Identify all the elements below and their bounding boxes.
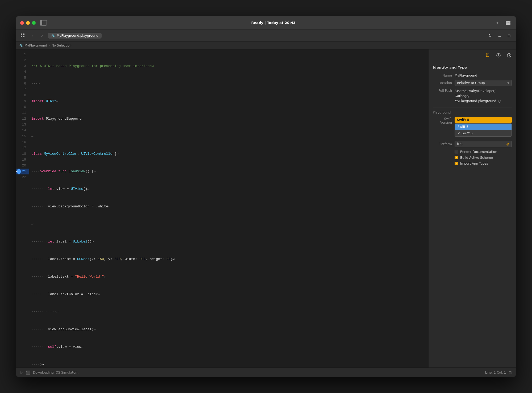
- swift5-selected[interactable]: Swift 5: [455, 117, 512, 123]
- breadcrumb-item-1[interactable]: MyPlayground: [24, 44, 47, 47]
- build-active-check-icon: ✓: [455, 156, 458, 159]
- full-path-value: /Users/scvairy/Developer/Garbage/MyPlayg…: [455, 89, 512, 104]
- swift5-option-label: Swift 5: [458, 125, 468, 129]
- title-bold: Ready: [251, 21, 263, 25]
- cursor-arrow-icon: ▷: [20, 370, 23, 375]
- svg-text:?: ?: [509, 54, 510, 57]
- section-title: Identity and Type: [433, 65, 512, 69]
- import-types-label: Import App Types: [460, 162, 488, 165]
- swift-version-menu: Swift 5 ✓ Swift 6: [455, 123, 512, 137]
- panel-icons: ?: [429, 49, 516, 61]
- status-text: Downloading iOS Simulator...: [33, 371, 80, 374]
- breadcrumb-item-2[interactable]: No Selection: [52, 44, 72, 47]
- import-types-row: ✓ Import App Types: [433, 162, 512, 165]
- name-field-row: Name MyPlayground: [433, 74, 512, 77]
- build-active-checkbox[interactable]: ✓: [455, 156, 458, 159]
- location-field-row: Location Relative to Group ▼: [433, 80, 512, 86]
- render-doc-row: Render Documentation: [433, 150, 512, 154]
- render-doc-checkbox[interactable]: [455, 150, 458, 153]
- breadcrumb-separator: ›: [49, 44, 50, 47]
- help-icon[interactable]: ?: [505, 52, 513, 59]
- title-rest: | Today at 20:43: [263, 21, 296, 25]
- window-title: Ready | Today at 20:43: [53, 21, 494, 25]
- layout-button[interactable]: [504, 19, 512, 27]
- active-tab[interactable]: 🛝 MyPlayground.playground: [48, 33, 102, 39]
- full-path-label: Full Path: [433, 89, 452, 104]
- swift-version-dropdown[interactable]: Swift 5 Swift 5 ✓ Swift 6: [455, 117, 512, 123]
- panel-content: Identity and Type Name MyPlayground Loca…: [429, 61, 516, 367]
- location-dropdown[interactable]: Relative to Group ▼: [455, 80, 512, 86]
- tab-file-icon: 🛝: [51, 34, 55, 37]
- svg-rect-6: [23, 36, 24, 37]
- status-bar: ▷ ⬛ Downloading iOS Simulator... Line: 1…: [16, 367, 516, 377]
- swift6-option[interactable]: ✓ Swift 6: [455, 130, 512, 136]
- cursor-position: Line: 1 Col: 1: [485, 371, 506, 374]
- build-active-row: ✓ Build Active Scheme: [433, 156, 512, 160]
- status-left: ▷ ⬛ Downloading iOS Simulator...: [20, 370, 79, 375]
- svg-rect-3: [21, 34, 22, 35]
- build-active-label: Build Active Scheme: [460, 156, 493, 160]
- divider: [433, 107, 512, 107]
- swift6-checkmark: ✓: [458, 131, 460, 135]
- tab-label: MyPlayground.playground: [57, 34, 98, 37]
- svg-rect-0: [506, 21, 508, 23]
- download-icon: ⬛: [26, 370, 30, 375]
- name-value: MyPlayground: [455, 74, 477, 77]
- main-content: 1 2 3 4 5 6 7 8 9 10 11 12 13 14 15 16 1: [16, 49, 516, 367]
- location-label: Location: [433, 81, 452, 85]
- svg-rect-5: [21, 36, 22, 37]
- breadcrumb: 🛝 MyPlayground › No Selection: [16, 41, 516, 49]
- name-label: Name: [433, 74, 452, 77]
- code-container[interactable]: 1 2 3 4 5 6 7 8 9 10 11 12 13 14 15 16 1: [16, 49, 428, 367]
- sidebar-toggle-button[interactable]: [40, 20, 47, 26]
- history-icon[interactable]: [495, 52, 502, 59]
- svg-rect-1: [508, 21, 510, 23]
- toolbar-right: ↻ ≡ ⊡: [486, 32, 513, 39]
- titlebar-controls: +: [494, 19, 512, 27]
- main-window: Ready | Today at 20:43 + ‹ › 🛝 MyPlaygro…: [16, 16, 516, 377]
- right-panel: ? Identity and Type Name MyPlayground Lo…: [428, 49, 516, 367]
- split-view-icon[interactable]: ⊡: [509, 370, 512, 375]
- svg-rect-2: [506, 23, 510, 25]
- playground-section-title: Playground: [433, 111, 512, 114]
- swift5-option[interactable]: Swift 5: [455, 124, 512, 130]
- titlebar: Ready | Today at 20:43 +: [16, 16, 516, 30]
- add-button[interactable]: +: [494, 19, 501, 27]
- swift5-label: Swift 5: [457, 118, 469, 122]
- list-icon[interactable]: ≡: [496, 32, 503, 39]
- fullscreen-button[interactable]: [32, 21, 36, 25]
- platform-label: Platform: [433, 142, 452, 146]
- grid-view-button[interactable]: [19, 32, 27, 39]
- traffic-lights: [20, 21, 36, 25]
- editor-area: 1 2 3 4 5 6 7 8 9 10 11 12 13 14 15 16 1: [16, 49, 428, 367]
- swift-version-label: Swift Version: [433, 117, 452, 124]
- line-numbers: 1 2 3 4 5 6 7 8 9 10 11 12 13 14 15 16 1: [16, 49, 29, 367]
- close-button[interactable]: [20, 21, 24, 25]
- svg-rect-4: [23, 34, 24, 35]
- swift6-option-label: Swift 6: [462, 131, 473, 135]
- forward-button[interactable]: ›: [38, 32, 46, 39]
- sidebar-right-icon[interactable]: ⊡: [505, 32, 513, 39]
- location-dropdown-arrow: ▼: [507, 82, 509, 85]
- import-types-check-icon: ✓: [455, 162, 458, 165]
- path-link-icon[interactable]: [498, 100, 501, 103]
- platform-row: Platform iOS ⊕: [433, 141, 512, 147]
- exec-dot: ▶: [17, 169, 21, 174]
- swift-version-row: Swift Version Swift 5 Swift 5 ✓ Swift 6: [433, 117, 512, 124]
- file-inspector-icon[interactable]: [484, 52, 492, 59]
- import-types-checkbox[interactable]: ✓: [455, 162, 458, 165]
- render-doc-label: Render Documentation: [460, 150, 497, 154]
- minimize-button[interactable]: [26, 21, 30, 25]
- status-right: Line: 1 Col: 1 ⊡: [485, 370, 512, 375]
- refresh-icon[interactable]: ↻: [486, 32, 494, 39]
- platform-dropdown[interactable]: iOS ⊕: [455, 141, 512, 147]
- platform-dropdown-arrow: ⊕: [506, 142, 509, 146]
- code-editor[interactable]: //: A UIKit based Playground for present…: [29, 49, 428, 367]
- location-dropdown-value: Relative to Group: [457, 81, 485, 85]
- full-path-row: Full Path /Users/scvairy/Developer/Garba…: [433, 89, 512, 104]
- platform-value: iOS: [457, 142, 462, 146]
- toolbar: ‹ › 🛝 MyPlayground.playground ↻ ≡ ⊡: [16, 30, 516, 41]
- back-button[interactable]: ‹: [29, 32, 36, 39]
